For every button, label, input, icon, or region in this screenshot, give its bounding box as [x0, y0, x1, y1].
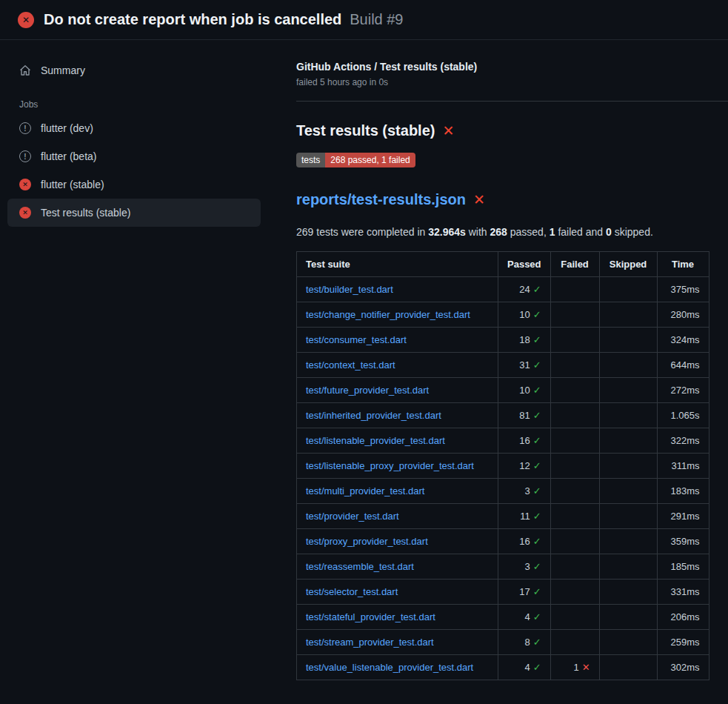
suite-link[interactable]: test/provider_test.dart [306, 511, 399, 522]
skipped-cell [599, 630, 657, 655]
table-row: test/listenable_provider_test.dart 16✓ 3… [297, 428, 709, 454]
sidebar-job-item[interactable]: ✕ Test results (stable) [7, 199, 261, 227]
time-cell: 322ms [657, 428, 709, 454]
passed-cell: 3✓ [498, 479, 551, 504]
col-header-skipped: Skipped [599, 252, 657, 277]
time-cell: 302ms [657, 655, 709, 680]
table-row: test/selector_test.dart 17✓ 331ms [297, 580, 709, 605]
passed-cell: 12✓ [498, 454, 551, 479]
passed-cell: 24✓ [498, 277, 551, 302]
suite-link[interactable]: test/consumer_test.dart [306, 334, 407, 345]
build-title-line: Do not create report when job is cancell… [44, 11, 404, 28]
check-icon: ✓ [533, 662, 541, 673]
x-icon: ✕ [582, 662, 590, 673]
table-row: test/context_test.dart 31✓ 644ms [297, 353, 709, 378]
failed-cell [550, 605, 599, 630]
failed-cell [550, 479, 599, 504]
table-row: test/consumer_test.dart 18✓ 324ms [297, 328, 709, 353]
breadcrumb: GitHub Actions / Test results (stable) [296, 61, 728, 73]
suite-link[interactable]: test/listenable_provider_test.dart [306, 435, 445, 446]
passed-cell: 10✓ [498, 378, 551, 403]
failed-cell [550, 302, 599, 328]
skipped-cell [599, 353, 657, 378]
suite-link[interactable]: test/multi_provider_test.dart [306, 485, 424, 497]
passed-cell: 17✓ [498, 580, 551, 605]
suite-link[interactable]: test/stream_provider_test.dart [306, 637, 434, 648]
check-icon: ✓ [533, 359, 541, 371]
suite-link[interactable]: test/selector_test.dart [306, 586, 398, 597]
suite-link[interactable]: test/value_listenable_provider_test.dart [306, 662, 473, 673]
failed-cell: 1✕ [550, 655, 599, 680]
suite-link[interactable]: test/context_test.dart [306, 359, 395, 371]
build-number: Build #9 [350, 11, 403, 27]
check-icon: ✓ [533, 536, 541, 547]
table-row: test/future_provider_test.dart 10✓ 272ms [297, 378, 709, 403]
check-title: Test results (stable) [296, 122, 435, 139]
skipped-cell [599, 428, 657, 454]
passed-cell: 16✓ [498, 428, 551, 454]
table-header-row: Test suite Passed Failed Skipped Time [297, 252, 709, 277]
x-circle-icon: ✕ [19, 207, 31, 219]
check-icon: ✓ [533, 637, 541, 648]
check-icon: ✓ [533, 435, 541, 446]
table-row: test/proxy_provider_test.dart 16✓ 359ms [297, 529, 709, 554]
table-row: test/stream_provider_test.dart 8✓ 259ms [297, 630, 709, 655]
sidebar-job-item[interactable]: ! flutter (beta) [7, 142, 261, 170]
failed-cell [550, 378, 599, 403]
time-cell: 375ms [657, 277, 709, 302]
skipped-cell [599, 277, 657, 302]
time-cell: 644ms [657, 353, 709, 378]
suite-link[interactable]: test/inherited_provider_test.dart [306, 410, 441, 421]
passed-cell: 81✓ [498, 403, 551, 428]
suite-link[interactable]: test/listenable_proxy_provider_test.dart [306, 460, 474, 471]
passed-cell: 8✓ [498, 630, 551, 655]
passed-cell: 4✓ [498, 605, 551, 630]
passed-cell: 31✓ [498, 353, 551, 378]
suite-link[interactable]: test/stateful_provider_test.dart [306, 611, 435, 622]
check-icon: ✓ [533, 511, 541, 522]
job-label: flutter (beta) [41, 150, 96, 162]
col-header-passed: Passed [498, 252, 551, 277]
failed-cell [550, 403, 599, 428]
skipped-cell [599, 554, 657, 580]
page-title: Do not create report when job is cancell… [44, 11, 341, 27]
suite-link[interactable]: test/builder_test.dart [306, 284, 393, 295]
report-file-link[interactable]: reports/test-results.json [296, 191, 466, 208]
jobs-list: ! flutter (dev) ! flutter (beta) ✕ flutt… [7, 114, 261, 227]
page-header: ✕ Do not create report when job is cance… [0, 0, 728, 40]
time-cell: 206ms [657, 605, 709, 630]
suite-link[interactable]: test/future_provider_test.dart [306, 385, 429, 396]
table-row: test/provider_test.dart 11✓ 291ms [297, 504, 709, 529]
suite-link[interactable]: test/proxy_provider_test.dart [306, 536, 428, 547]
time-cell: 311ms [657, 454, 709, 479]
check-icon: ✓ [533, 460, 541, 471]
failed-cell [550, 554, 599, 580]
sidebar-job-item[interactable]: ! flutter (dev) [7, 114, 261, 142]
skipped-cell [599, 479, 657, 504]
check-icon: ✓ [533, 561, 541, 572]
sidebar-job-item[interactable]: ✕ flutter (stable) [7, 170, 261, 199]
check-icon: ✓ [533, 309, 541, 320]
time-cell: 259ms [657, 630, 709, 655]
time-cell: 272ms [657, 378, 709, 403]
job-label: Test results (stable) [41, 207, 130, 219]
table-row: test/multi_provider_test.dart 3✓ 183ms [297, 479, 709, 504]
passed-cell: 3✓ [498, 554, 551, 580]
sidebar-item-summary[interactable]: Summary [7, 56, 261, 84]
table-row: test/builder_test.dart 24✓ 375ms [297, 277, 709, 302]
failed-cell [550, 353, 599, 378]
suite-link[interactable]: test/reassemble_test.dart [306, 561, 414, 572]
suite-link[interactable]: test/change_notifier_provider_test.dart [306, 309, 470, 320]
skipped-cell [599, 302, 657, 328]
sidebar: Summary Jobs ! flutter (dev) ! flutter (… [0, 40, 267, 227]
badge-value: 268 passed, 1 failed [325, 153, 415, 167]
failed-cell [550, 630, 599, 655]
table-row: test/stateful_provider_test.dart 4✓ 206m… [297, 605, 709, 630]
passed-cell: 18✓ [498, 328, 551, 353]
failed-cell [550, 580, 599, 605]
skipped-cell [599, 655, 657, 680]
check-icon: ✓ [533, 284, 541, 295]
check-icon: ✓ [533, 611, 541, 622]
check-icon: ✓ [533, 334, 541, 345]
test-summary-line: 269 tests were completed in 32.964s with… [296, 226, 728, 238]
